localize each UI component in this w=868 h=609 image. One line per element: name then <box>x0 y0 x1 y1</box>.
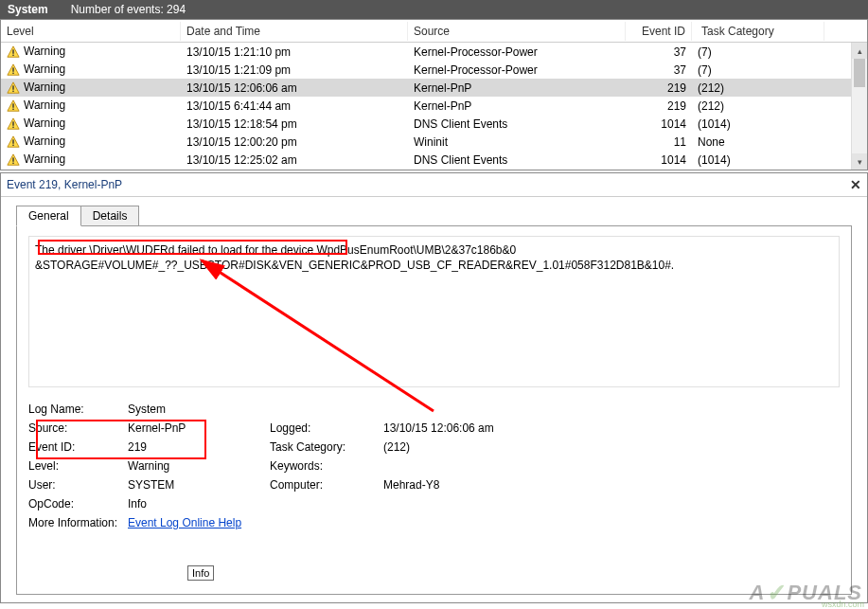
detail-title: Event 219, Kernel-PnP <box>7 178 122 191</box>
svg-rect-7 <box>12 109 13 110</box>
svg-rect-3 <box>12 73 13 74</box>
detail-header: Event 219, Kernel-PnP ✕ <box>1 173 867 197</box>
warning-icon <box>7 117 20 131</box>
svg-rect-11 <box>12 145 13 146</box>
table-row[interactable]: Warning13/10/15 12:00:20 pmWininit11None <box>1 133 867 151</box>
link-online-help[interactable]: Event Log Online Help <box>128 516 241 529</box>
svg-rect-9 <box>12 127 13 128</box>
value-taskcat: (212) <box>383 440 573 454</box>
col-header-source[interactable]: Source <box>408 22 626 41</box>
svg-rect-12 <box>12 157 13 161</box>
value-computer: Mehrad-Y8 <box>383 478 573 492</box>
label-opcode: OpCode: <box>28 497 128 510</box>
col-header-task[interactable]: Task Category <box>692 22 824 41</box>
table-row[interactable]: Warning13/10/15 12:06:06 amKernel-PnP219… <box>1 79 867 97</box>
scroll-down-button[interactable]: ▾ <box>852 153 867 170</box>
value-opcode: Info <box>128 497 270 510</box>
col-header-date[interactable]: Date and Time <box>181 22 408 41</box>
tab-general[interactable]: General <box>16 206 81 226</box>
tabs: General Details <box>1 197 867 225</box>
message-line-2: &STORAGE#VOLUME#_??_USBSTOR#DISK&VEN_GEN… <box>35 258 833 273</box>
table-row[interactable]: Warning13/10/15 1:21:09 pmKernel-Process… <box>1 61 867 79</box>
warning-icon <box>7 135 20 149</box>
warning-icon <box>7 45 20 59</box>
logo-icon: ✔ <box>765 580 787 607</box>
value-logname: System <box>128 403 270 416</box>
table-row[interactable]: Warning13/10/15 12:25:02 amDNS Client Ev… <box>1 151 867 169</box>
col-header-eventid[interactable]: Event ID <box>626 22 692 41</box>
tab-content-general: The driver \Driver\WUDFRd failed to load… <box>16 225 852 595</box>
vertical-scrollbar[interactable]: ▴ ▾ <box>851 43 867 170</box>
value-level: Warning <box>128 459 270 473</box>
close-button[interactable]: ✕ <box>850 177 861 192</box>
col-header-level[interactable]: Level <box>1 22 181 41</box>
value-logged: 13/10/15 12:06:06 am <box>383 421 573 435</box>
svg-rect-0 <box>12 49 13 53</box>
svg-rect-1 <box>12 55 13 56</box>
label-taskcat: Task Category: <box>270 440 383 454</box>
source-tag: wsxdn.com <box>822 600 864 609</box>
tab-details[interactable]: Details <box>80 206 140 226</box>
table-row[interactable]: Warning13/10/15 12:18:54 pmDNS Client Ev… <box>1 115 867 133</box>
table-row[interactable]: Warning13/10/15 6:41:44 amKernel-PnP219(… <box>1 97 867 115</box>
warning-icon <box>7 63 20 77</box>
event-grid: Level Date and Time Source Event ID Task… <box>0 19 868 170</box>
svg-rect-5 <box>12 91 13 92</box>
warning-icon <box>7 81 20 95</box>
value-moreinfo: Event Log Online Help <box>128 516 270 529</box>
value-keywords <box>383 459 573 473</box>
scroll-up-button[interactable]: ▴ <box>852 43 867 59</box>
label-user: User: <box>28 478 128 492</box>
svg-rect-2 <box>12 67 13 71</box>
label-moreinfo: More Information: <box>28 516 128 529</box>
event-count: Number of events: 294 <box>71 3 186 16</box>
label-logged: Logged: <box>270 421 383 435</box>
label-computer: Computer: <box>270 478 383 492</box>
grid-header: Level Date and Time Source Event ID Task… <box>1 20 867 43</box>
warning-icon <box>7 99 20 113</box>
label-logname: Log Name: <box>28 403 128 416</box>
grid-body[interactable]: Warning13/10/15 1:21:10 pmKernel-Process… <box>1 43 867 170</box>
warning-icon <box>7 153 20 167</box>
svg-rect-10 <box>12 139 13 143</box>
value-user: SYSTEM <box>128 478 270 492</box>
label-level: Level: <box>28 459 128 473</box>
scroll-thumb[interactable] <box>854 59 865 87</box>
highlight-box-message <box>38 240 347 255</box>
tooltip: Info <box>187 565 214 581</box>
detail-pane: Event 219, Kernel-PnP ✕ General Details … <box>0 172 868 603</box>
table-row[interactable]: Warning13/10/15 1:21:10 pmKernel-Process… <box>1 43 867 61</box>
top-bar: System Number of events: 294 <box>0 0 868 19</box>
svg-rect-4 <box>12 85 13 89</box>
svg-rect-8 <box>12 121 13 125</box>
svg-rect-6 <box>12 103 13 107</box>
label-keywords: Keywords: <box>270 459 383 473</box>
highlight-box-source-eventid <box>36 420 206 459</box>
svg-rect-13 <box>12 163 13 164</box>
event-message: The driver \Driver\WUDFRd failed to load… <box>28 236 840 387</box>
log-title: System <box>8 3 48 16</box>
